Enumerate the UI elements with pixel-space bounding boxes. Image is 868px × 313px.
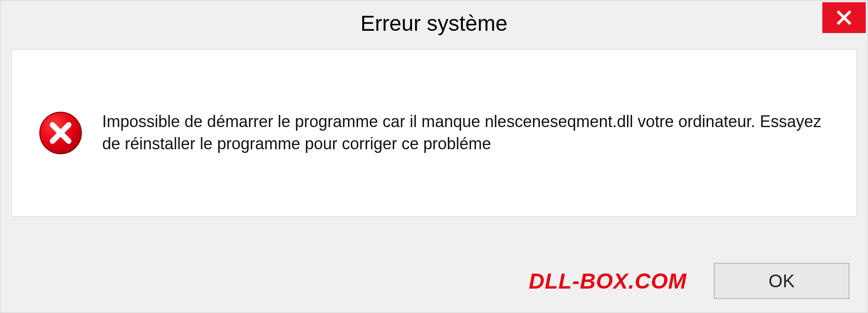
error-message: Impossible de démarrer le programme car …	[102, 111, 829, 155]
error-icon	[39, 111, 82, 155]
watermark-text: DLL-BOX.COM	[528, 269, 687, 294]
dialog-title: Erreur système	[360, 11, 507, 36]
close-icon	[836, 9, 852, 26]
close-button[interactable]	[822, 2, 866, 33]
ok-button[interactable]: OK	[714, 263, 849, 299]
content-panel: Impossible de démarrer le programme car …	[11, 49, 857, 217]
dialog-footer: DLL-BOX.COM OK	[0, 263, 868, 299]
error-dialog: Erreur système Im	[0, 0, 868, 313]
title-bar: Erreur système	[0, 0, 868, 46]
